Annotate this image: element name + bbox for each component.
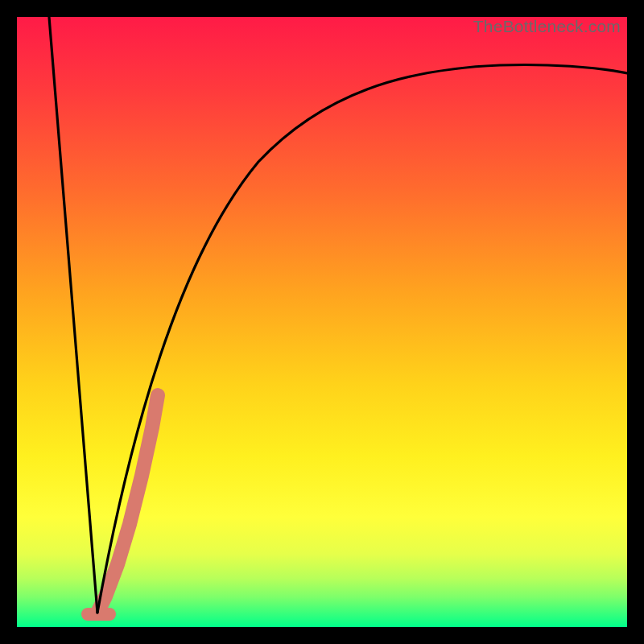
watermark-text: TheBottleneck.com (473, 17, 621, 36)
plot-area: TheBottleneck.com (17, 17, 627, 627)
rising-curve (97, 64, 627, 613)
chart-frame: TheBottleneck.com (0, 0, 644, 644)
highlight-band (98, 395, 158, 611)
curve-layer (17, 17, 627, 627)
left-falling-line (49, 17, 97, 613)
